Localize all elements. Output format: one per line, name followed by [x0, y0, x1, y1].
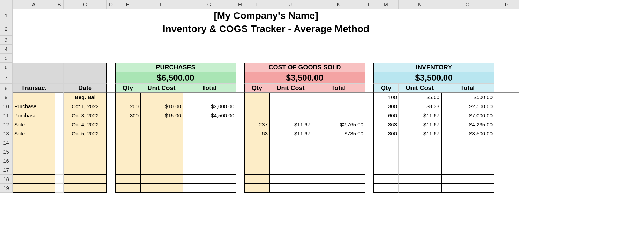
- cell[interactable]: [494, 84, 519, 93]
- cell[interactable]: [107, 147, 115, 156]
- cell[interactable]: [312, 175, 365, 184]
- cell[interactable]: [236, 93, 244, 102]
- cell[interactable]: [13, 147, 55, 156]
- cell[interactable]: [55, 138, 64, 147]
- cell[interactable]: [64, 138, 107, 147]
- cell[interactable]: [236, 165, 244, 175]
- cell[interactable]: [55, 72, 64, 84]
- transac-cell[interactable]: Sale: [13, 129, 55, 138]
- p-qty[interactable]: [115, 93, 140, 102]
- c-qty[interactable]: [244, 111, 269, 120]
- cell[interactable]: [183, 184, 236, 193]
- cell[interactable]: [13, 175, 55, 184]
- transac-cell[interactable]: [13, 93, 55, 102]
- cell[interactable]: [183, 147, 236, 156]
- date-cell[interactable]: Oct 3, 2022: [64, 111, 107, 120]
- cell[interactable]: [373, 184, 399, 193]
- c-qty[interactable]: [244, 102, 269, 111]
- row-2[interactable]: 2: [0, 22, 13, 36]
- cell[interactable]: [244, 165, 269, 175]
- transac-cell[interactable]: Purchase: [13, 111, 55, 120]
- c-uc[interactable]: [269, 102, 312, 111]
- c-uc[interactable]: $11.67: [269, 129, 312, 138]
- cell[interactable]: [373, 175, 399, 184]
- p-tot[interactable]: [183, 129, 236, 138]
- cell[interactable]: [494, 175, 519, 184]
- cell[interactable]: [13, 165, 55, 175]
- cell[interactable]: [13, 138, 55, 147]
- cell[interactable]: [236, 129, 244, 138]
- row-5[interactable]: 5: [0, 54, 13, 63]
- cell[interactable]: [140, 138, 183, 147]
- cell[interactable]: [494, 120, 519, 129]
- cell[interactable]: [399, 175, 441, 184]
- cell[interactable]: [373, 156, 399, 165]
- cell[interactable]: [244, 184, 269, 193]
- cell[interactable]: [64, 72, 107, 84]
- i-tot[interactable]: $3,500.00: [441, 129, 494, 138]
- cell[interactable]: [115, 138, 140, 147]
- row-3[interactable]: 3: [0, 36, 13, 45]
- p-uc[interactable]: $15.00: [140, 111, 183, 120]
- row-8[interactable]: 8: [0, 84, 13, 93]
- cell[interactable]: [13, 63, 55, 72]
- cell[interactable]: [64, 156, 107, 165]
- col-N[interactable]: N: [399, 0, 441, 9]
- cell[interactable]: [494, 72, 519, 84]
- p-uc[interactable]: $10.00: [140, 102, 183, 111]
- cell[interactable]: [494, 111, 519, 120]
- cell[interactable]: [269, 147, 312, 156]
- cell[interactable]: [183, 156, 236, 165]
- cell[interactable]: [115, 175, 140, 184]
- row-6[interactable]: 6: [0, 63, 13, 72]
- cell[interactable]: [365, 72, 373, 84]
- date-cell[interactable]: Beg. Bal: [64, 93, 107, 102]
- cell[interactable]: [55, 93, 64, 102]
- transac-cell[interactable]: Purchase: [13, 102, 55, 111]
- cell[interactable]: [494, 63, 519, 72]
- cell[interactable]: [55, 129, 64, 138]
- row-12[interactable]: 12: [0, 120, 13, 129]
- cell[interactable]: [183, 165, 236, 175]
- cell[interactable]: [236, 63, 244, 72]
- p-qty[interactable]: [115, 120, 140, 129]
- cell[interactable]: [55, 147, 64, 156]
- cell[interactable]: [269, 156, 312, 165]
- cell[interactable]: [236, 156, 244, 165]
- cell[interactable]: [441, 165, 494, 175]
- cell[interactable]: [55, 184, 64, 193]
- col-D[interactable]: D: [107, 0, 115, 9]
- row-9[interactable]: 9: [0, 93, 13, 102]
- row-4[interactable]: 4: [0, 45, 13, 54]
- cell[interactable]: [107, 93, 115, 102]
- row-19[interactable]: 19: [0, 184, 13, 193]
- row-16[interactable]: 16: [0, 156, 13, 165]
- i-qty[interactable]: 300: [373, 102, 399, 111]
- cell[interactable]: [494, 147, 519, 156]
- p-tot[interactable]: $2,000.00: [183, 102, 236, 111]
- cell[interactable]: [236, 111, 244, 120]
- cell[interactable]: [64, 184, 107, 193]
- col-J[interactable]: J: [269, 0, 312, 9]
- col-O[interactable]: O: [441, 0, 494, 9]
- cell[interactable]: [140, 175, 183, 184]
- i-tot[interactable]: $500.00: [441, 93, 494, 102]
- row-14[interactable]: 14: [0, 138, 13, 147]
- cell[interactable]: [441, 147, 494, 156]
- c-uc[interactable]: [269, 93, 312, 102]
- cell[interactable]: [183, 138, 236, 147]
- cell[interactable]: [373, 138, 399, 147]
- cell[interactable]: [365, 111, 373, 120]
- cell[interactable]: [107, 120, 115, 129]
- cell[interactable]: [365, 93, 373, 102]
- row-18[interactable]: 18: [0, 175, 13, 184]
- cell[interactable]: [365, 63, 373, 72]
- p-tot[interactable]: $4,500.00: [183, 111, 236, 120]
- cell[interactable]: [365, 120, 373, 129]
- cell[interactable]: [236, 184, 244, 193]
- cell[interactable]: [269, 138, 312, 147]
- col-K[interactable]: K: [312, 0, 365, 9]
- row-17[interactable]: 17: [0, 165, 13, 175]
- cell[interactable]: [244, 138, 269, 147]
- cell[interactable]: [365, 175, 373, 184]
